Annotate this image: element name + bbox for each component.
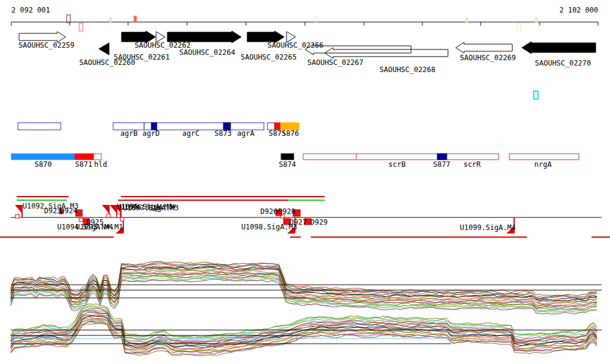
transcript-box[interactable] — [11, 154, 75, 160]
annotation-open-square[interactable] — [120, 217, 124, 221]
ruler-feature-mark[interactable] — [466, 17, 468, 23]
transcript-box[interactable] — [281, 154, 294, 160]
annotation-open-square[interactable] — [107, 214, 110, 217]
operon-label: S873 — [214, 130, 232, 137]
graphics-layer — [0, 0, 610, 364]
annotation-open-square[interactable] — [117, 214, 120, 217]
transcript-box[interactable] — [437, 154, 447, 160]
operon-label: agrA — [237, 130, 254, 137]
gene-SAOUHSC_02260[interactable] — [99, 43, 109, 55]
annotation-open-square[interactable] — [79, 218, 83, 222]
annotation-label: U1097.SigA.M3 — [123, 205, 179, 211]
operon-label: agrC — [182, 130, 200, 137]
transcript-box[interactable] — [509, 154, 579, 160]
gene-SAOUHSC_02270[interactable] — [522, 42, 596, 54]
gene-label: SAOUHSC_02267 — [307, 60, 363, 66]
annotation-label: U1099.SigA.M4 — [460, 225, 516, 231]
gene-label: SAOUHSC_02259 — [18, 42, 74, 49]
ruler-feature-mark[interactable] — [134, 16, 136, 22]
gene-label: SAOUHSC_02265 — [241, 54, 297, 61]
gene-label: SAOUHSC_02268 — [379, 67, 435, 73]
gene-label: SAOUHSC_02269 — [460, 55, 516, 61]
promoter-flag-up[interactable] — [15, 205, 22, 213]
ruler-feature-mark[interactable] — [517, 23, 521, 30]
annotation-label: D926 — [260, 209, 278, 215]
ruler-feature-mark[interactable] — [67, 15, 70, 23]
operon-box[interactable] — [18, 123, 61, 130]
cyan-feature-mark[interactable] — [534, 91, 538, 99]
annotation-open-square[interactable] — [15, 214, 19, 218]
operon-label: S876 — [282, 130, 299, 137]
gene-SAOUHSC_02269[interactable] — [456, 42, 512, 53]
annotation-label: D929 — [310, 219, 328, 226]
annotation-label: D928 — [278, 209, 295, 215]
annotation-label: D924 — [60, 208, 77, 214]
transcript-label: S874 — [279, 161, 296, 168]
transcript-box[interactable] — [75, 154, 94, 160]
transcript-label: S871 — [75, 161, 92, 168]
transcript-label: S870 — [35, 161, 52, 168]
gene-label: SAOUHSC_02261 — [114, 54, 170, 61]
gene-label: SAOUHSC_02270 — [535, 60, 591, 67]
promoter-flag-up[interactable] — [102, 205, 109, 213]
annotation-label: D923 — [44, 208, 61, 214]
transcript-label: nrgA — [534, 161, 552, 168]
ruler-end-position: 2 102 000 — [559, 7, 598, 14]
genome-browser-view: 2 092 001 2 102 000 SAOUHSC_02259SAOUHSC… — [0, 0, 610, 364]
operon-label: agrD — [142, 130, 160, 137]
operon-label: agrB — [120, 130, 138, 137]
ruler-start-position: 2 092 001 — [11, 7, 50, 14]
transcript-label: scrB — [388, 161, 406, 168]
ruler-feature-mark[interactable] — [79, 23, 83, 31]
transcript-label: S877 — [433, 161, 450, 168]
ruler-feature-mark[interactable] — [110, 17, 111, 22]
expression-profile-line — [11, 310, 597, 343]
transcript-label: scrR — [463, 161, 481, 168]
transcript-label: hld — [94, 161, 107, 168]
annotation-label: U1098.SigA.M3 — [241, 224, 297, 231]
gene-label: SAOUHSC_02266 — [267, 42, 323, 49]
gene-label: SAOUHSC_02264 — [179, 49, 235, 56]
transcript-box[interactable] — [303, 154, 499, 160]
transcript-box[interactable] — [94, 154, 101, 160]
annotation-label: U1093.N#.M1 — [76, 224, 123, 231]
ruler-feature-mark[interactable] — [536, 17, 537, 23]
